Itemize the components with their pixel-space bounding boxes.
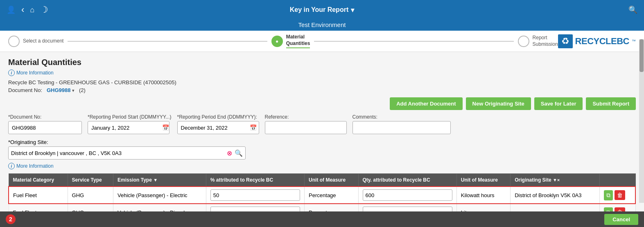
subheader: Test Environment — [0, 20, 644, 31]
cell-2-0: Vehicle (Passenger) - Electric — [113, 187, 206, 204]
period-start-group: *Reporting Period Start (DDMMYYY...) 📅 — [88, 114, 172, 134]
step-2: ● Material Quantities — [271, 34, 310, 48]
comments-input[interactable] — [353, 121, 451, 134]
comments-label: Comments: — [353, 114, 451, 120]
reference-label: Reference: — [265, 114, 347, 120]
doc-count: (2) — [79, 87, 86, 93]
step-line-2 — [314, 41, 513, 42]
table-header: Material Category Service Type Emission … — [9, 174, 635, 187]
more-info-top-link[interactable]: i More Information — [8, 70, 636, 76]
copy-row-button-0[interactable]: ⧉ — [604, 190, 613, 200]
col-material-category: Material Category — [9, 174, 68, 187]
period-start-label: *Reporting Period Start (DDMMYYY...) — [88, 114, 172, 120]
scrollbar[interactable] — [639, 39, 644, 203]
period-end-input[interactable] — [177, 121, 259, 134]
originating-site-filter-icon[interactable]: ▼× — [553, 178, 560, 182]
form-row-1: *Document No: *Reporting Period Start (D… — [8, 114, 636, 134]
step-3-label: Report Submission — [533, 35, 558, 47]
period-start-input[interactable] — [88, 121, 169, 134]
logo-box: ♻ — [558, 34, 573, 48]
col-service-type: Service Type — [68, 174, 113, 187]
reference-group: Reference: — [265, 114, 347, 134]
delete-row-button-0[interactable]: 🗑 — [615, 190, 625, 200]
originating-site-label: *Originating Site: — [8, 139, 636, 145]
doc-no-input[interactable] — [8, 121, 82, 134]
col-pct-recycle-bc: % attributed to Recycle BC — [206, 174, 304, 187]
app-title: Key in Your Report — [290, 6, 348, 13]
new-originating-site-button[interactable]: New Originating Site — [466, 97, 531, 110]
doc-no-group: *Document No: — [8, 114, 82, 134]
user-icon[interactable]: 👤 — [7, 5, 16, 14]
main-content: Material Quantities i More Information R… — [0, 52, 644, 227]
scrollbar-thumb[interactable] — [639, 39, 644, 72]
reference-input[interactable] — [265, 121, 347, 134]
search-site-icon[interactable]: 🔍 — [235, 149, 243, 157]
period-end-date-wrapper: 📅 — [177, 121, 259, 134]
step-1: Select a document — [8, 36, 63, 47]
more-info-bottom-link[interactable]: i More Information — [8, 163, 636, 169]
cell-6-0: Kilowatt hours — [456, 187, 510, 204]
cell-0-0: Fuel Fleet — [9, 187, 68, 204]
step-2-circle: ● — [271, 36, 283, 47]
cell-7-0: District of Brooklyn V5K 0A3 — [511, 187, 600, 204]
step-3: Report Submission — [518, 35, 558, 47]
subtitle: Test Environment — [298, 21, 346, 28]
doc-info-line2: Document No: GHG9988 ▾ (2) — [8, 87, 636, 93]
dropdown-arrow[interactable]: ▾ — [351, 6, 354, 14]
period-end-group: *Reporting Period End (DDMMYYY): 📅 — [177, 114, 259, 134]
row-actions-0: ⧉ 🗑 — [604, 190, 631, 200]
recycle-icon: ♻ — [561, 36, 569, 47]
col-originating-site: Originating Site ▼× — [511, 174, 600, 187]
doc-info-line1: Recycle BC Testing - GREENHOUSE GAS - CU… — [8, 79, 636, 85]
col-unit-measure-2: Unit of Measure — [456, 174, 510, 187]
logo-trademark: ™ — [632, 39, 636, 43]
originating-site-input[interactable] — [11, 150, 224, 156]
clear-site-icon[interactable]: ⊗ — [227, 149, 232, 157]
progress-stepper: Select a document ● Material Quantities … — [8, 34, 558, 48]
nav-left: 👤 ‹ ⌂ ☽ — [7, 4, 48, 15]
comments-group: Comments: — [353, 114, 451, 134]
loading-icon: ☽ — [40, 4, 48, 15]
period-start-date-wrapper: 📅 — [88, 121, 172, 134]
cancel-button[interactable]: Cancel — [604, 214, 638, 225]
more-info-bottom-label: More Information — [16, 163, 54, 169]
doc-number-link[interactable]: GHG9988 — [47, 87, 71, 93]
page-badge: 2 — [6, 214, 16, 224]
search-icon[interactable]: 🔍 — [628, 6, 637, 14]
step-2-label: Material Quantities — [286, 34, 310, 48]
step-line-1 — [68, 41, 267, 42]
top-navbar: 👤 ‹ ⌂ ☽ Key in Your Report ▾ 🔍 — [0, 0, 644, 20]
logo-area: ♻ RECYCLEBC ™ — [558, 34, 636, 48]
period-end-label: *Reporting Period End (DDMMYYY): — [177, 114, 259, 120]
col-qty-recycle-bc: Qty. attributed to Recycle BC — [358, 174, 456, 187]
doc-no-label: *Document No: — [8, 114, 82, 120]
qty-input-0[interactable] — [363, 189, 452, 201]
emission-filter-icon[interactable]: ▼ — [153, 178, 158, 182]
page-title: Material Quantities — [8, 58, 636, 67]
originating-site-group: *Originating Site: ⊗ 🔍 — [8, 139, 636, 160]
more-info-top-label: More Information — [16, 70, 54, 76]
step-3-circle — [518, 36, 529, 47]
submit-report-button[interactable]: Submit Report — [586, 97, 636, 110]
step-1-label: Select a document — [23, 38, 63, 45]
app-title-area: Key in Your Report ▾ — [290, 6, 354, 14]
header-band: Select a document ● Material Quantities … — [0, 31, 644, 52]
add-document-button[interactable]: Add Another Document — [390, 97, 462, 110]
cell-1-0: GHG — [68, 187, 113, 204]
home-icon[interactable]: ⌂ — [30, 6, 34, 14]
originating-site-input-wrapper: ⊗ 🔍 — [8, 146, 246, 160]
col-emission-type: Emission Type ▼ — [113, 174, 206, 187]
bottom-bar: 2 Cancel — [0, 211, 644, 227]
nav-right: 🔍 — [628, 5, 637, 14]
save-later-button[interactable]: Save for Later — [534, 97, 583, 110]
table-row: Fuel FleetGHGVehicle (Passenger) - Elect… — [9, 187, 635, 204]
back-icon[interactable]: ‹ — [21, 4, 24, 15]
actions-cell-0: ⧉ 🗑 — [600, 187, 635, 204]
col-unit-measure-1: Unit of Measure — [305, 174, 358, 187]
pct-input-0[interactable] — [210, 189, 300, 201]
col-actions — [600, 174, 635, 187]
cell-4-0: Percentage — [305, 187, 358, 204]
info-icon-bottom: i — [8, 163, 15, 169]
action-bar: Add Another Document New Originating Sit… — [8, 97, 636, 110]
info-icon-top: i — [8, 70, 15, 76]
